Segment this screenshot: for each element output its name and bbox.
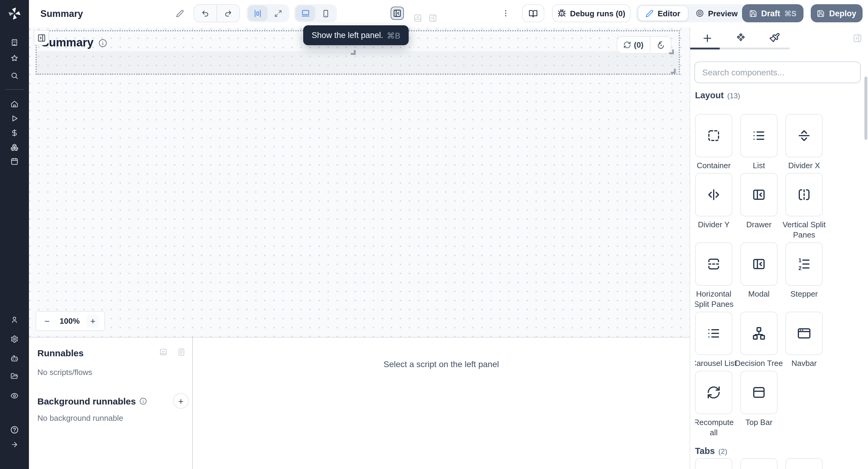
zoom-out-button[interactable]: − xyxy=(41,315,53,327)
toggle-left-panel-button[interactable] xyxy=(391,7,404,20)
stepper-icon: 12 xyxy=(797,257,811,271)
component-cell: 12Stepper xyxy=(785,242,823,299)
open-left-panel-button[interactable] xyxy=(34,30,49,45)
component-card-stepper[interactable]: 12 xyxy=(785,242,823,286)
runnables-empty-text: No scripts/flows xyxy=(37,368,92,377)
debug-runs-button[interactable]: Debug runs (0) xyxy=(552,4,630,22)
full-width-toggle[interactable] xyxy=(268,5,288,21)
search-components-input[interactable] xyxy=(694,61,861,83)
background-empty-text: No background runnable xyxy=(37,413,123,423)
component-card-list[interactable] xyxy=(695,312,733,355)
component-label: Modal xyxy=(735,289,783,299)
app-canvas[interactable]: Summary (0) − 100% + xyxy=(29,27,689,337)
editor-tab[interactable]: Editor xyxy=(638,5,688,21)
collapse-right-panel-icon[interactable] xyxy=(853,34,862,43)
component-card-topbar[interactable] xyxy=(740,371,778,414)
draft-button[interactable]: Draft ⌘S xyxy=(742,4,804,22)
resize-handle[interactable] xyxy=(671,69,675,73)
more-options-button[interactable] xyxy=(501,4,510,22)
info-icon[interactable] xyxy=(98,38,107,47)
search-icon[interactable] xyxy=(10,72,19,80)
runs-play-icon[interactable] xyxy=(10,115,19,122)
list-view-icon[interactable] xyxy=(177,348,186,356)
schedules-calendar-icon[interactable] xyxy=(10,157,19,165)
info-icon[interactable] xyxy=(140,397,147,405)
component-label: Navbar xyxy=(780,358,828,368)
component-card-container[interactable] xyxy=(695,114,733,157)
component-card-hsplit[interactable] xyxy=(695,242,733,286)
expand-arrow-icon[interactable] xyxy=(10,441,19,448)
rail-divider xyxy=(5,89,24,90)
component-cell: Top Bar xyxy=(740,371,778,428)
windmill-logo-icon[interactable] xyxy=(7,7,22,21)
desktop-toggle[interactable] xyxy=(296,5,315,21)
resize-handle[interactable] xyxy=(350,50,355,55)
workspace-icon[interactable] xyxy=(10,39,19,46)
edit-title-button[interactable] xyxy=(176,4,184,22)
component-card-refresh[interactable] xyxy=(695,371,733,414)
save-icon xyxy=(817,9,825,17)
folders-icon[interactable] xyxy=(10,373,19,380)
favorites-star-icon[interactable] xyxy=(10,54,19,62)
home-icon[interactable] xyxy=(10,100,19,108)
component-card-drawer[interactable] xyxy=(740,242,778,286)
app-title: Summary xyxy=(40,0,83,27)
deploy-button[interactable]: Deploy xyxy=(811,4,863,22)
preview-tab[interactable]: Preview xyxy=(688,6,745,21)
toggle-right-panel-button[interactable] xyxy=(429,9,437,27)
history-button-group xyxy=(193,4,240,22)
component-card-tree[interactable] xyxy=(740,312,778,355)
toggle-bottom-panel-button[interactable] xyxy=(413,9,422,27)
component-cell: Recompute all xyxy=(695,371,733,438)
bottom-panel: Runnables No scripts/flows Background ru… xyxy=(29,337,689,469)
tab-insert-component[interactable] xyxy=(690,27,724,49)
billing-dollar-icon[interactable] xyxy=(10,129,19,137)
component-card[interactable] xyxy=(695,458,733,469)
canvas-summary-title: Summary xyxy=(41,36,93,50)
component-card-window[interactable] xyxy=(785,312,823,355)
component-card[interactable] xyxy=(740,458,778,469)
docs-button[interactable] xyxy=(522,4,544,22)
component-list: Layout(13) ContainerListDivider XDivider… xyxy=(695,90,863,469)
component-cell xyxy=(740,458,778,469)
tab-global-styling[interactable] xyxy=(758,27,792,49)
tooltip-shortcut: ⌘B xyxy=(387,30,400,40)
resources-boxes-icon[interactable] xyxy=(10,144,19,151)
component-card-divider-y[interactable] xyxy=(695,173,733,216)
undo-button[interactable] xyxy=(194,5,216,22)
component-cell: Carousel List xyxy=(695,312,733,368)
redo-button[interactable] xyxy=(217,5,239,22)
add-background-runnable-button[interactable]: + xyxy=(173,393,189,409)
component-card-vsplit[interactable] xyxy=(785,173,823,216)
component-card[interactable] xyxy=(785,458,823,469)
user-icon[interactable] xyxy=(10,316,19,324)
component-card-list[interactable] xyxy=(740,114,778,157)
scrollbar-thumb[interactable] xyxy=(864,76,867,140)
component-cell: Divider Y xyxy=(695,173,733,230)
tab-component-settings[interactable] xyxy=(724,27,758,49)
container-icon xyxy=(707,128,721,143)
component-card-drawer[interactable] xyxy=(740,173,778,216)
panel-bottom-icon xyxy=(413,14,422,22)
schedule-refresh-button[interactable] xyxy=(650,41,671,49)
mobile-toggle[interactable] xyxy=(316,5,336,21)
component-grid xyxy=(695,458,863,469)
panel-open-icon xyxy=(37,33,45,42)
resize-handle[interactable] xyxy=(669,50,674,54)
help-icon[interactable] xyxy=(10,426,19,434)
component-panel: Layout(13) ContainerListDivider XDivider… xyxy=(689,27,868,469)
settings-gear-icon[interactable] xyxy=(10,335,19,343)
refresh-all-button[interactable]: (0) xyxy=(617,40,650,50)
zoom-in-button[interactable]: + xyxy=(86,314,99,327)
pencil-icon xyxy=(646,9,653,17)
component-panel-tabs xyxy=(690,27,792,49)
component-cell: Decision Tree xyxy=(740,312,778,368)
centered-width-toggle[interactable] xyxy=(248,5,268,21)
component-card-divider-x[interactable] xyxy=(785,114,823,157)
workers-robot-icon[interactable] xyxy=(10,354,19,362)
viewers-eye-icon[interactable] xyxy=(10,392,19,400)
vsplit-icon xyxy=(797,187,811,202)
component-cell: List xyxy=(740,114,778,170)
drawer-icon xyxy=(752,257,766,271)
inline-scripts-icon[interactable] xyxy=(159,348,167,356)
